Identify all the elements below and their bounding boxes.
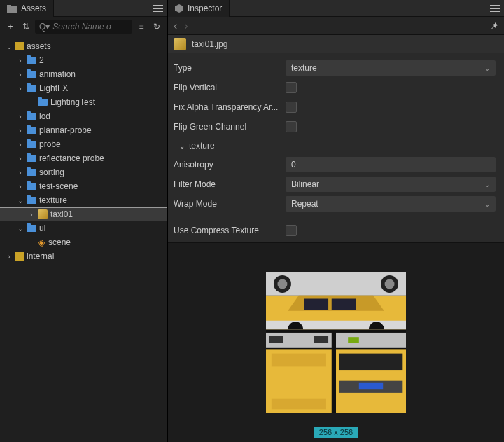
nav-back-button[interactable]: ‹ — [174, 20, 177, 32]
compress-checkbox[interactable] — [286, 225, 297, 236]
tree-row[interactable]: ›animation — [0, 67, 167, 81]
package-icon — [15, 42, 24, 50]
filter-mode-value: Bilinear — [291, 179, 319, 189]
svg-rect-12 — [304, 299, 328, 310]
prop-filter-mode: Filter Mode Bilinear⌄ — [171, 175, 501, 193]
folder-icon — [27, 57, 36, 64]
tree-label: probe — [39, 139, 61, 149]
fix-alpha-checkbox[interactable] — [286, 102, 297, 113]
package-icon — [15, 252, 24, 261]
folder-icon — [27, 183, 36, 190]
tree-row[interactable]: ›probe — [0, 137, 167, 151]
svg-rect-23 — [340, 354, 403, 370]
folder-icon — [27, 85, 36, 92]
tree-label: LightingTest — [50, 97, 95, 107]
tree-row[interactable]: ›sorting — [0, 165, 167, 179]
plus-icon: + — [8, 22, 13, 32]
svg-rect-16 — [270, 336, 284, 343]
wrap-mode-value: Repeat — [291, 199, 318, 209]
sort-button[interactable]: ⇅ — [20, 20, 32, 33]
tree-label: taxi01 — [50, 209, 73, 219]
chevron-down-icon: ⌄ — [17, 225, 24, 233]
tree-row[interactable]: ›test-scene — [0, 179, 167, 193]
assets-tab[interactable]: Assets — [0, 0, 54, 17]
tree-row[interactable]: ⌄assets — [0, 39, 167, 53]
prop-anisotropy: Anisotropy — [171, 156, 501, 174]
wrap-mode-select[interactable]: Repeat⌄ — [286, 196, 496, 212]
refresh-icon: ↻ — [153, 22, 160, 32]
chevron-right-icon: › — [17, 85, 24, 92]
tree-row[interactable]: ›plannar-probe — [0, 123, 167, 137]
chevron-down-icon: ⌄ — [179, 142, 185, 150]
nav-forward-button[interactable]: › — [184, 20, 188, 32]
type-value: texture — [291, 63, 317, 73]
tree-row[interactable]: LightingTest — [0, 95, 167, 109]
type-select[interactable]: texture⌄ — [286, 60, 496, 76]
folder-icon — [27, 141, 36, 148]
svg-rect-20 — [272, 354, 326, 367]
flip-vertical-checkbox[interactable] — [286, 82, 297, 93]
svg-rect-17 — [314, 336, 328, 343]
prop-label: Anisotropy — [171, 160, 286, 170]
tree-row[interactable]: ›2 — [0, 53, 167, 67]
svg-rect-21 — [272, 399, 326, 410]
tree-row[interactable]: ›taxi01 — [0, 207, 167, 221]
folder-icon — [27, 169, 36, 176]
prop-label: Use Compress Texture — [171, 226, 286, 235]
tree-row[interactable]: ›LightFX — [0, 81, 167, 95]
svg-rect-15 — [336, 333, 406, 348]
tree-label: LightFX — [39, 83, 68, 93]
folder-icon — [27, 155, 36, 162]
texture-section-header[interactable]: ⌄ texture — [171, 137, 501, 154]
assets-panel: Assets + ⇅ Q▾ ≡ ↻ ⌄assets›2›animation›Li… — [0, 0, 168, 442]
prop-label: Fix Alpha Transparency Ar... — [171, 102, 286, 112]
filter-mode-select[interactable]: Bilinear⌄ — [286, 177, 496, 192]
refresh-button[interactable]: ↻ — [150, 20, 163, 33]
tree-row[interactable]: ›reflectance probe — [0, 151, 167, 165]
tree-label: lod — [39, 111, 50, 121]
asset-tree[interactable]: ⌄assets›2›animation›LightFXLightingTest›… — [0, 36, 167, 442]
chevron-right-icon: › — [17, 183, 24, 191]
prop-wrap-mode: Wrap Mode Repeat⌄ — [171, 195, 501, 213]
anisotropy-input[interactable] — [286, 157, 496, 172]
tree-row[interactable]: ⌄textture — [0, 193, 167, 207]
pin-button[interactable] — [490, 22, 498, 30]
size-badge: 256 x 256 — [314, 427, 358, 438]
assets-toolbar: + ⇅ Q▾ ≡ ↻ — [0, 17, 167, 36]
inspector-panel: Inspector ‹ › taxi01.jpg Type texture⌄ F… — [168, 0, 504, 442]
property-list: Type texture⌄ Flip Vertical Fix Alpha Tr… — [168, 53, 504, 242]
pin-icon — [490, 22, 498, 30]
chevron-right-icon: › — [17, 155, 24, 163]
tree-label: scene — [48, 237, 71, 247]
prop-label: Flip Vertical — [171, 83, 286, 92]
tree-label: 2 — [39, 55, 44, 65]
folder-icon — [38, 99, 48, 106]
assets-header: Assets — [0, 0, 167, 17]
search-input[interactable] — [52, 22, 128, 32]
prop-label: Filter Mode — [171, 179, 286, 189]
assets-tab-label: Assets — [21, 4, 46, 13]
tree-row[interactable]: ◈scene — [0, 235, 167, 249]
create-button[interactable]: + — [4, 20, 17, 33]
tree-row[interactable]: ›lod — [0, 109, 167, 123]
svg-marker-2 — [175, 4, 183, 13]
section-label: texture — [189, 141, 215, 151]
folder-icon — [27, 197, 36, 204]
chevron-down-icon: ⌄ — [484, 200, 490, 208]
folder-icon — [27, 127, 36, 134]
inspector-menu-button[interactable] — [490, 8, 500, 9]
assets-menu-button[interactable] — [153, 8, 163, 9]
preview-canvas: 256 x 256 — [168, 242, 504, 442]
collapse-all-button[interactable]: ≡ — [135, 20, 148, 33]
flip-green-checkbox[interactable] — [286, 121, 297, 132]
svg-rect-10 — [266, 321, 406, 330]
hamburger-icon — [490, 8, 500, 9]
tree-label: internal — [27, 251, 54, 261]
inspector-tab[interactable]: Inspector — [168, 0, 230, 17]
tree-row[interactable]: ⌄ui — [0, 221, 167, 235]
tree-label: test-scene — [39, 181, 78, 191]
file-name: taxi01.jpg — [192, 39, 227, 49]
tree-row[interactable]: ›internal — [0, 249, 167, 263]
sort-icon: ⇅ — [22, 22, 29, 32]
svg-rect-1 — [7, 5, 11, 7]
